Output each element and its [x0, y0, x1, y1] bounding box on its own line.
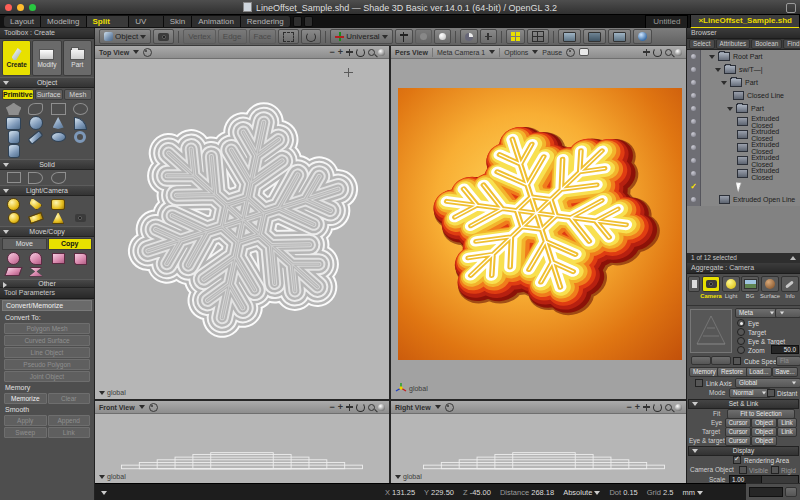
link-axis-dropdown[interactable]: Global: [735, 378, 800, 388]
section-move-copy[interactable]: Move/Copy: [0, 226, 94, 237]
orbit-icon[interactable]: [653, 403, 662, 412]
append-button[interactable]: Append: [48, 415, 91, 426]
zoom-in-button[interactable]: +: [338, 48, 343, 56]
global-axis-label[interactable]: global: [99, 473, 126, 480]
link-button[interactable]: Link: [48, 427, 91, 438]
expand-icon[interactable]: [727, 107, 733, 111]
tool-sphere[interactable]: [25, 116, 46, 130]
orbit-icon[interactable]: [653, 48, 662, 57]
memorize-button[interactable]: Memorize: [4, 393, 47, 404]
zoom-in-button[interactable]: +: [338, 403, 343, 411]
viewport-name[interactable]: Top View: [99, 49, 129, 56]
browser-panel-header[interactable]: Browser: [687, 28, 800, 39]
magnifier-icon[interactable]: [368, 49, 375, 56]
pause-button[interactable]: Pause: [542, 49, 562, 56]
radio-eye-target[interactable]: Eye & Target: [737, 337, 785, 345]
tool-rectangle[interactable]: [48, 102, 69, 116]
tree-item[interactable]: Extruded Closed: [687, 141, 800, 154]
viewport-top[interactable]: Top View − +: [95, 46, 389, 399]
tool-mirror-copy[interactable]: [25, 265, 46, 278]
eye-target-object-button[interactable]: Object: [751, 436, 777, 446]
radio-eye[interactable]: Eye: [737, 319, 759, 327]
orbit-icon[interactable]: [356, 403, 365, 412]
visibility-toggle[interactable]: [687, 89, 701, 102]
toolbox-tab-modify[interactable]: Modify: [32, 40, 61, 76]
load-button[interactable]: Load...: [746, 367, 772, 377]
tree-item[interactable]: sw/T—|: [687, 63, 800, 76]
save-button[interactable]: Save...: [772, 367, 798, 377]
camera-tool-button[interactable]: [153, 29, 174, 44]
visibility-toggle[interactable]: [687, 102, 701, 115]
apply-button[interactable]: Apply: [4, 415, 47, 426]
viewport-front[interactable]: Front View − + global: [95, 401, 389, 483]
camera-selector[interactable]: Meta Camera 1: [437, 49, 485, 56]
zoom-in-button[interactable]: +: [635, 403, 640, 411]
link-axis-checkbox[interactable]: Link Axis: [695, 379, 732, 387]
tree-item[interactable]: Closed Line: [687, 89, 800, 102]
tree-item[interactable]: Part: [687, 102, 800, 115]
pan-icon[interactable]: [346, 404, 353, 411]
convert-line-object-button[interactable]: Line Object: [4, 347, 90, 358]
tab-surface[interactable]: Surface: [35, 89, 63, 100]
tool-ball-light[interactable]: [3, 211, 24, 225]
browser-tab-boolean[interactable]: Boolean: [751, 39, 782, 49]
pan-icon[interactable]: [346, 49, 353, 56]
tool-solid-sweep[interactable]: [25, 171, 46, 184]
tool-shear-copy[interactable]: [3, 265, 24, 278]
meta-dropdown[interactable]: Meta: [735, 308, 779, 318]
visibility-toggle[interactable]: [687, 50, 701, 63]
tree-item[interactable]: Extruded Closed: [687, 128, 800, 141]
tool-directional-light[interactable]: [48, 211, 69, 225]
gear-icon[interactable]: [143, 48, 152, 57]
move-tool-button[interactable]: [480, 29, 497, 44]
tool-scale-copy[interactable]: [48, 252, 69, 265]
selection-mode-dropdown[interactable]: Object: [99, 29, 151, 44]
zoom-out-button[interactable]: −: [329, 48, 334, 56]
preview-prev-button[interactable]: [691, 356, 711, 365]
rotate-tool-button[interactable]: [301, 29, 321, 44]
visibility-toggle[interactable]: [687, 154, 701, 167]
magnifier-icon[interactable]: [665, 404, 672, 411]
aggregate-tab-bg[interactable]: BG: [741, 276, 759, 299]
convert-curved-surface-button[interactable]: Curved Surface: [4, 335, 90, 346]
camera-ball-icon[interactable]: [675, 404, 682, 411]
visibility-toggle[interactable]: [687, 63, 701, 76]
aggregate-tab-camera[interactable]: Camera: [701, 276, 721, 299]
tool-rotate-copy[interactable]: [25, 252, 46, 265]
comment-icon[interactable]: [579, 48, 589, 56]
stereo-value-field[interactable]: [749, 487, 783, 497]
zoom-value-field[interactable]: 50.0: [771, 345, 799, 354]
browser-tab-select[interactable]: Select: [689, 39, 715, 49]
expand-icon[interactable]: [715, 68, 721, 72]
gear-icon[interactable]: [566, 48, 575, 57]
tool-point-light[interactable]: [3, 197, 24, 211]
tree-item-cursor-row[interactable]: ✓: [687, 180, 800, 193]
magnifier-icon[interactable]: [368, 404, 375, 411]
vertex-mode-button[interactable]: Vertex: [183, 29, 216, 44]
tool-translate-copy[interactable]: [3, 252, 24, 265]
tree-item[interactable]: Root Part: [687, 50, 800, 63]
tool-cube[interactable]: [3, 116, 24, 130]
aggregate-tab-light[interactable]: Light: [722, 276, 740, 299]
camera-ball-icon[interactable]: [378, 404, 385, 411]
rigid-checkbox[interactable]: Rigid: [771, 466, 796, 474]
convert-pseudo-polygon-button[interactable]: Pseudo Polygon: [4, 359, 90, 370]
toolbox-tab-create[interactable]: Create: [2, 40, 31, 76]
tool-solid-revolve[interactable]: [48, 171, 69, 184]
collapse-icon[interactable]: [790, 256, 796, 260]
tool-solid-box[interactable]: [3, 171, 24, 184]
clear-button[interactable]: Clear: [48, 393, 91, 404]
panel-nav-button[interactable]: [688, 276, 700, 292]
visibility-toggle[interactable]: [687, 141, 701, 154]
visibility-toggle[interactable]: [687, 128, 701, 141]
tool-cylinder[interactable]: [3, 130, 24, 144]
orbit-icon[interactable]: [356, 48, 365, 57]
grid-toggle[interactable]: [527, 29, 549, 44]
bulb-tool-button[interactable]: [434, 29, 451, 44]
tool-cone[interactable]: [48, 116, 69, 130]
visibility-toggle[interactable]: [687, 193, 701, 206]
visibility-toggle[interactable]: ✓: [687, 180, 701, 193]
tab-split-view[interactable]: Split View: [87, 16, 130, 27]
tool-camera-object[interactable]: [70, 211, 91, 225]
expand-icon[interactable]: [721, 81, 727, 85]
